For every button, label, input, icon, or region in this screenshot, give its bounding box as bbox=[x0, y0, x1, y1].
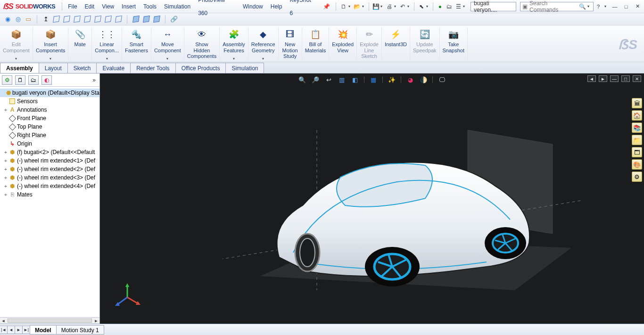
taskpane-appearances-icon[interactable]: 🎨 bbox=[632, 159, 642, 170]
select-dropdown[interactable]: ▾ bbox=[426, 4, 428, 8]
taskpane-custom-icon[interactable]: ⚙ bbox=[632, 172, 642, 182]
taskpane-home-icon[interactable]: 🏠 bbox=[632, 110, 642, 121]
display-style-icon[interactable]: ▦ bbox=[369, 75, 378, 84]
view-window-icon[interactable]: ▭ bbox=[24, 15, 33, 24]
tree-item[interactable]: Top Plane bbox=[0, 123, 99, 131]
ribbon-linear[interactable]: ⋮⋮LinearCompon...▾ bbox=[92, 27, 122, 62]
view-wireframe-icon[interactable] bbox=[152, 15, 161, 24]
menu-pin-icon[interactable]: 📌 bbox=[319, 0, 334, 13]
view-right-icon[interactable] bbox=[83, 15, 92, 24]
zoom-area-icon[interactable]: 🔎 bbox=[311, 75, 320, 84]
ribbon-take[interactable]: 📷TakeSnapshot bbox=[440, 27, 468, 62]
ribbon-exploded[interactable]: 💥ExplodedView bbox=[329, 27, 357, 62]
view-iso-icon[interactable] bbox=[114, 15, 123, 24]
nav-first-icon[interactable]: |◄ bbox=[0, 326, 8, 334]
ribbon-tab-sketch[interactable]: Sketch bbox=[67, 63, 97, 73]
view-orientation2-icon[interactable]: ◎ bbox=[13, 15, 23, 24]
tab-motion-study-1[interactable]: Motion Study 1 bbox=[56, 325, 104, 335]
configuration-manager-tab[interactable]: 🗂 bbox=[28, 75, 39, 85]
minimize-button[interactable]: — bbox=[610, 3, 619, 10]
new-button[interactable]: 🗋 bbox=[340, 2, 348, 11]
menu-view[interactable]: View bbox=[98, 0, 118, 13]
nav-prev-icon[interactable]: ◄ bbox=[7, 326, 15, 334]
hide-show-icon[interactable]: ✨ bbox=[388, 75, 396, 84]
view-bottom-icon[interactable] bbox=[103, 15, 113, 24]
search-icon[interactable]: 🔍 bbox=[579, 3, 586, 10]
view-shaded-icon[interactable] bbox=[131, 15, 140, 24]
tree-item[interactable]: +⬢(-) wheel rim extended<3> (Def bbox=[0, 173, 99, 182]
property-manager-tab[interactable]: 🗒 bbox=[15, 75, 25, 85]
scroll-left-icon[interactable]: ◄ bbox=[0, 318, 7, 324]
ribbon-reference[interactable]: ◆ReferenceGeometry▾ bbox=[248, 27, 279, 62]
undo-button[interactable]: ↶ bbox=[399, 2, 407, 11]
viewport-minimize-icon[interactable]: — bbox=[610, 75, 619, 82]
ribbon-bill-of[interactable]: 📋Bill ofMaterials bbox=[302, 27, 330, 62]
menu-tools[interactable]: Tools bbox=[140, 0, 160, 13]
print-dropdown[interactable]: ▾ bbox=[394, 4, 396, 8]
help-button[interactable]: ? bbox=[594, 3, 603, 10]
ribbon-new[interactable]: 🎞NewMotionStudy bbox=[279, 27, 302, 62]
expand-toggle-icon[interactable]: + bbox=[3, 192, 8, 197]
viewport-maximize-icon[interactable]: □ bbox=[621, 75, 630, 82]
tree-item[interactable]: +⬢(-) wheel rim extended<1> (Def bbox=[0, 156, 99, 165]
expand-toggle-icon[interactable]: + bbox=[3, 107, 8, 113]
ribbon-insert[interactable]: 📦InsertComponents▾ bbox=[33, 27, 68, 62]
properties-button[interactable]: ☰ bbox=[454, 2, 463, 11]
expand-panel-icon[interactable]: » bbox=[91, 77, 98, 83]
options-button[interactable]: 🗂 bbox=[445, 2, 454, 11]
ribbon-tab-layout[interactable]: Layout bbox=[39, 63, 68, 73]
ribbon-mate[interactable]: 📎Mate bbox=[68, 27, 92, 62]
viewport-close-icon[interactable]: ✕ bbox=[633, 75, 641, 82]
tree-root[interactable]: ⬣bugati veryon (Default<Display Sta bbox=[0, 89, 99, 97]
feature-tree[interactable]: ⬣bugati veryon (Default<Display StaSenso… bbox=[0, 87, 99, 317]
axis-icon[interactable]: ↥ bbox=[41, 15, 50, 24]
expand-toggle-icon[interactable]: + bbox=[3, 184, 8, 189]
tree-item[interactable]: +⬢(f) bugati<2> (Default<<Default bbox=[0, 148, 99, 156]
save-dropdown[interactable]: ▾ bbox=[380, 4, 382, 8]
print-button[interactable]: 🖨 bbox=[385, 2, 394, 11]
section-view-icon[interactable]: ▥ bbox=[338, 75, 346, 84]
ribbon-show[interactable]: 👁ShowHiddenComponents bbox=[184, 27, 220, 62]
view-front-icon[interactable] bbox=[51, 15, 61, 24]
menu-window[interactable]: Window bbox=[239, 0, 267, 13]
menu-edit[interactable]: Edit bbox=[81, 0, 99, 13]
tab-model[interactable]: Model bbox=[30, 325, 57, 335]
menu-help[interactable]: Help bbox=[267, 0, 286, 13]
graphics-viewport[interactable]: 🔍 🔎 ↩ ▥ ◧ ▦ ✨ ◕ 🌓 🖵 ◄ ► — □ ✕ 🏛 🏠 📚 � bbox=[100, 74, 644, 324]
zoom-fit-icon[interactable]: 🔍 bbox=[298, 75, 306, 84]
view-orientation-hud-icon[interactable]: ◧ bbox=[351, 75, 359, 84]
tree-hscrollbar[interactable]: ◄ ► bbox=[0, 317, 99, 324]
ribbon-explode[interactable]: ✏ExplodeLineSketch bbox=[357, 27, 382, 62]
viewport-prev-icon[interactable]: ◄ bbox=[587, 75, 596, 82]
tree-item[interactable]: Right Plane bbox=[0, 131, 99, 139]
link-icon[interactable]: 🔗 bbox=[169, 15, 179, 24]
view-orientation-icon[interactable]: ◉ bbox=[3, 15, 12, 24]
taskpane-palette-icon[interactable]: 🗔 bbox=[632, 147, 642, 157]
search-commands-input[interactable]: ▣ Search Commands 🔍▾ bbox=[520, 2, 594, 11]
undo-dropdown[interactable]: ▾ bbox=[407, 4, 409, 8]
tree-item[interactable]: ↳Origin bbox=[0, 139, 99, 148]
ribbon-move[interactable]: ↔MoveComponent▾ bbox=[151, 27, 184, 62]
orientation-triad[interactable] bbox=[113, 283, 141, 311]
ribbon-tab-office-products[interactable]: Office Products bbox=[175, 63, 226, 73]
ribbon-smart[interactable]: 🔩SmartFasteners bbox=[122, 27, 151, 62]
select-button[interactable]: ⬉ bbox=[417, 2, 426, 11]
open-button[interactable]: 📂 bbox=[353, 2, 362, 11]
view-settings-icon[interactable]: 🖵 bbox=[438, 75, 446, 84]
taskpane-explorer-icon[interactable]: 📁 bbox=[632, 135, 642, 145]
ribbon-tab-render-tools[interactable]: Render Tools bbox=[130, 63, 176, 73]
ribbon-assembly[interactable]: 🧩AssemblyFeatures▾ bbox=[220, 27, 248, 62]
tree-item[interactable]: +⬢(-) wheel rim extended<2> (Def bbox=[0, 165, 99, 173]
tree-item[interactable]: Front Plane bbox=[0, 114, 99, 123]
menu-file[interactable]: File bbox=[64, 0, 81, 13]
view-shaded2-icon[interactable] bbox=[141, 15, 151, 24]
nav-next-icon[interactable]: ► bbox=[15, 326, 23, 334]
nav-last-icon[interactable]: ►| bbox=[22, 326, 30, 334]
expand-toggle-icon[interactable]: + bbox=[3, 158, 8, 163]
scene-icon[interactable]: 🌓 bbox=[419, 75, 428, 84]
expand-toggle-icon[interactable]: + bbox=[3, 150, 8, 155]
new-dropdown[interactable]: ▾ bbox=[348, 4, 350, 8]
expand-toggle-icon[interactable]: + bbox=[3, 175, 8, 180]
display-manager-tab[interactable]: ◐ bbox=[41, 75, 52, 85]
properties-dropdown[interactable]: ▾ bbox=[463, 4, 465, 8]
